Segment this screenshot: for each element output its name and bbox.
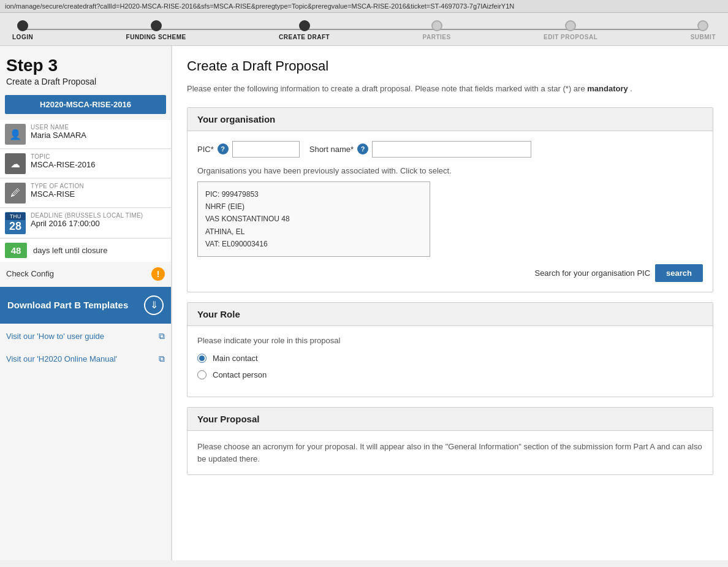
pic-row: PIC* ? Short name* ? [197,141,703,158]
step-subtitle: Create a Draft Proposal [6,77,165,86]
download-btn-label: Download Part B Templates [7,300,128,311]
url-bar: ion/manage/secure/createdraft?callId=H20… [0,0,728,13]
main-layout: Step 3 Create a Draft Proposal H2020-MSC… [0,46,728,560]
intro-text-end: . [630,84,632,93]
step-label-submit: SUBMIT [691,34,716,40]
step-edit-proposal: EDIT PROPOSAL [544,20,597,40]
type-value: MSCA-RISE [31,189,84,199]
pic-input[interactable] [232,141,300,158]
pic-group: PIC* ? [197,141,300,158]
step-create-draft: CREATE DRAFT [279,20,330,40]
radio-contact-person-label: Contact person [213,370,267,379]
org-name: NHRF (EIE) [205,200,422,213]
intro-text: Please enter the following information t… [187,83,713,95]
days-left-row: 48 days left until closure [0,239,171,262]
step-circle-submit [697,20,708,31]
deadline-info: DEADLINE (Brussels Local Time) April 201… [31,212,143,228]
days-badge: 48 [5,243,27,258]
search-org-label: Search for your organisation PIC [534,268,650,278]
intro-bold: mandatory [587,84,628,93]
proposal-section-body: Please choose an acronym for your propos… [188,431,713,474]
sidebar-user-info: USER NAME Maria SAMARA [31,124,86,140]
your-role-section: Your Role Please indicate your role in t… [187,302,713,397]
sidebar-topic-info: TOPIC MSCA-RISE-2016 [31,153,95,169]
download-icon: ⇓ [144,295,164,315]
intro-text-before: Please enter the following information t… [187,84,585,93]
h2020-manual-link[interactable]: Visit our 'H2020 Online Manual' ⧉ [0,348,171,370]
org-vat: VAT: EL090003416 [205,238,422,250]
short-name-input[interactable] [372,141,531,158]
sidebar-type-row: 🖉 TYPE OF ACTION MSCA-RISE [0,179,171,208]
step-number: Step 3 [6,56,165,75]
sidebar-type-info: TYPE OF ACTION MSCA-RISE [31,183,84,199]
content-title: Create a Draft Proposal [187,58,713,74]
type-label: TYPE OF ACTION [31,183,84,189]
search-button[interactable]: search [655,264,703,282]
pic-label: PIC* [197,145,214,154]
call-id-box: H2020-MSCA-RISE-2016 [5,95,166,114]
warning-icon: ! [151,267,165,281]
step-circle-parties [431,20,442,31]
progress-bar: LOGIN FUNDING SCHEME CREATE DRAFT PARTIE… [0,13,728,46]
step-circle-edit [565,20,576,31]
step-label-draft: CREATE DRAFT [279,34,330,40]
step-funding-scheme: FUNDING SCHEME [126,20,186,40]
step-label-parties: PARTIES [423,34,451,40]
download-part-b-button[interactable]: Download Part B Templates ⇓ [0,287,171,324]
topic-icon: ☁ [5,153,26,174]
radio-contact-person[interactable] [197,370,207,379]
prev-orgs-text: Organisations you have been previously a… [197,166,703,175]
sidebar-topic-row: ☁ TOPIC MSCA-RISE-2016 [0,150,171,178]
org-address: VAS KONSTANTINOU 48 [205,213,422,225]
deadline-value: April 2016 17:00:00 [31,219,143,228]
step-heading: Step 3 Create a Draft Proposal [0,46,171,89]
org-list-box[interactable]: PIC: 999479853 NHRF (EIE) VAS KONSTANTIN… [197,181,430,257]
deadline-label: DEADLINE (Brussels Local Time) [31,212,143,219]
role-section-header: Your Role [188,303,713,326]
user-value: Maria SAMARA [31,131,86,140]
role-section-body: Please indicate your role in this propos… [188,326,713,397]
your-proposal-section: Your Proposal Please choose an acronym f… [187,407,713,475]
sidebar-user-row: 👤 USER NAME Maria SAMARA [0,120,171,149]
step-circle-draft [299,20,310,31]
org-section-body: PIC* ? Short name* ? Organisations you h… [188,131,713,292]
type-icon: 🖉 [5,183,26,204]
step-label-login: LOGIN [12,34,33,40]
short-name-help-icon[interactable]: ? [357,143,368,154]
short-name-label: Short name* [309,145,354,154]
topic-value: MSCA-RISE-2016 [31,160,95,169]
org-section-header: Your organisation [188,108,713,131]
search-org-row: Search for your organisation PIC search [197,264,703,282]
org-city: ATHINA, EL [205,226,422,238]
how-to-label: Visit our 'How to' user guide [6,332,104,341]
your-organisation-section: Your organisation PIC* ? Short name* ? O… [187,107,713,293]
how-to-link[interactable]: Visit our 'How to' user guide ⧉ [0,325,171,348]
sidebar-deadline-row: THU 28 DEADLINE (Brussels Local Time) Ap… [0,208,171,238]
pic-help-icon[interactable]: ? [218,143,229,154]
check-config-label: Check Config [6,269,54,278]
radio-main-contact[interactable] [197,354,207,363]
user-label: USER NAME [31,124,86,131]
user-icon: 👤 [5,124,26,145]
content-area: Create a Draft Proposal Please enter the… [172,46,728,560]
role-intro: Please indicate your role in this propos… [197,336,703,345]
check-config-row[interactable]: Check Config ! [0,262,171,286]
radio-main-contact-row: Main contact [197,354,703,363]
topic-label: TOPIC [31,153,95,160]
step-label-edit: EDIT PROPOSAL [544,34,597,40]
cal-day-num: 28 [6,220,25,234]
radio-main-contact-label: Main contact [213,354,258,363]
step-submit: SUBMIT [691,20,716,40]
step-label-funding: FUNDING SCHEME [126,34,186,40]
days-left-text: days left until closure [33,246,107,255]
step-login: LOGIN [12,20,33,40]
org-pic: PIC: 999479853 [205,188,422,200]
deadline-calendar: THU 28 [5,212,26,234]
external-link-icon-2: ⧉ [159,354,165,364]
radio-contact-person-row: Contact person [197,370,703,379]
external-link-icon-1: ⧉ [159,331,165,341]
step-parties: PARTIES [423,20,451,40]
step-circle-funding [151,20,162,31]
cal-day-name: THU [6,213,25,220]
h2020-manual-label: Visit our 'H2020 Online Manual' [6,354,117,363]
